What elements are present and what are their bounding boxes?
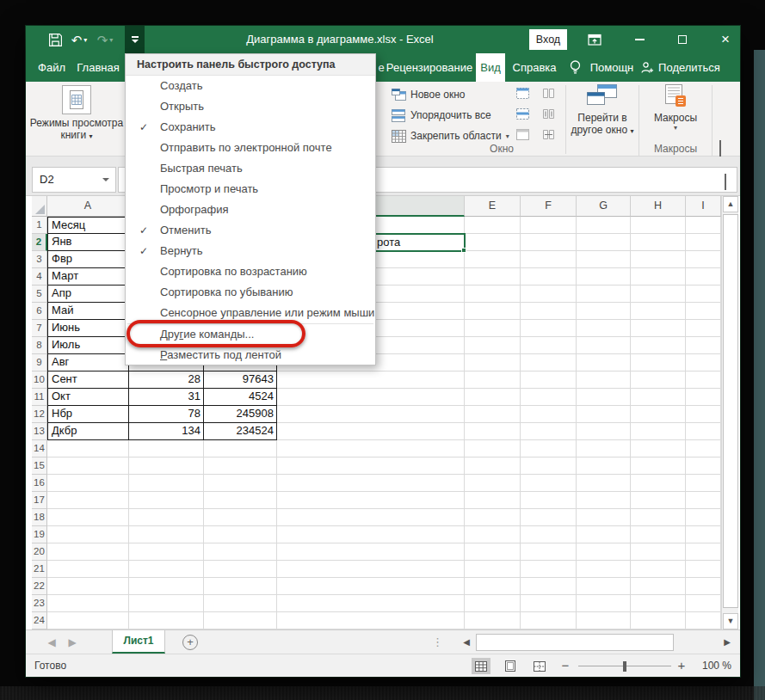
- cell-B19[interactable]: [129, 526, 204, 543]
- cell-A20[interactable]: [47, 543, 129, 561]
- cell-I24[interactable]: [686, 612, 721, 629]
- sign-in-button[interactable]: Вход: [529, 29, 567, 50]
- cell-B17[interactable]: [129, 492, 204, 509]
- cell-F8[interactable]: [521, 337, 577, 354]
- cell-A11[interactable]: Окт: [47, 389, 129, 406]
- menu-item-open[interactable]: Открыть: [126, 96, 375, 117]
- cell-H20[interactable]: [631, 543, 686, 561]
- cell-A7[interactable]: Июнь: [47, 320, 129, 337]
- cell-E13[interactable]: [465, 423, 521, 440]
- normal-view-icon[interactable]: [472, 658, 490, 674]
- tab-home[interactable]: Главная: [72, 53, 124, 82]
- cell-E14[interactable]: [465, 440, 521, 457]
- cell-G13[interactable]: [577, 423, 631, 440]
- cell-B22[interactable]: [129, 578, 204, 595]
- cell-C14[interactable]: [204, 440, 277, 457]
- close-button[interactable]: ×: [711, 26, 740, 53]
- menu-item-email[interactable]: Отправить по электронной почте: [126, 138, 375, 158]
- cell-G3[interactable]: [577, 251, 631, 268]
- hscroll-left-icon[interactable]: ◀: [459, 634, 474, 651]
- cell-D16[interactable]: [277, 475, 465, 492]
- cell-G2[interactable]: [577, 234, 631, 251]
- freeze-panes-button[interactable]: Закрепить области ▾: [392, 129, 509, 143]
- split-window-icon[interactable]: [516, 88, 529, 99]
- cell-D13[interactable]: [277, 423, 465, 440]
- cell-I2[interactable]: [686, 234, 721, 251]
- row-header-17[interactable]: 17: [32, 492, 47, 509]
- undo-button[interactable]: ↶▾: [67, 26, 91, 53]
- cell-F9[interactable]: [521, 354, 577, 371]
- cell-I13[interactable]: [686, 423, 721, 440]
- cell-A2[interactable]: Янв: [47, 234, 129, 251]
- column-header-F[interactable]: F: [521, 196, 577, 217]
- cell-F19[interactable]: [521, 526, 577, 543]
- row-header-22[interactable]: 22: [32, 578, 47, 595]
- cell-E24[interactable]: [465, 612, 521, 629]
- cell-F20[interactable]: [521, 543, 577, 561]
- cell-A16[interactable]: [47, 475, 129, 492]
- cell-A13[interactable]: Дкбр: [47, 423, 129, 440]
- cell-F21[interactable]: [521, 561, 577, 578]
- cell-G1[interactable]: [577, 217, 631, 234]
- row-header-9[interactable]: 9: [32, 354, 47, 371]
- cell-F2[interactable]: [521, 234, 577, 251]
- cell-H23[interactable]: [631, 595, 686, 612]
- column-header-I[interactable]: I: [686, 196, 721, 217]
- maximize-button[interactable]: [668, 26, 697, 53]
- tab-help[interactable]: Справка: [509, 53, 560, 82]
- cell-I22[interactable]: [686, 578, 721, 595]
- cell-I4[interactable]: [686, 268, 721, 286]
- cell-F7[interactable]: [521, 320, 577, 337]
- cell-H21[interactable]: [631, 561, 686, 578]
- cell-A12[interactable]: Нбр: [47, 406, 129, 423]
- cell-B18[interactable]: [129, 509, 204, 526]
- menu-item-redo[interactable]: ✓Вернуть: [126, 241, 375, 261]
- unhide-window-icon[interactable]: [516, 129, 529, 140]
- cell-D10[interactable]: [277, 371, 465, 389]
- cell-F1[interactable]: [521, 217, 577, 234]
- name-box[interactable]: D2: [32, 167, 116, 193]
- row-header-12[interactable]: 12: [32, 406, 47, 423]
- row-header-4[interactable]: 4: [32, 268, 47, 286]
- zoom-slider-thumb[interactable]: [623, 661, 626, 672]
- row-header-1[interactable]: 1: [32, 217, 47, 234]
- cell-H18[interactable]: [631, 509, 686, 526]
- cell-I14[interactable]: [686, 440, 721, 457]
- row-header-20[interactable]: 20: [32, 543, 47, 561]
- vertical-scrollbar-thumb[interactable]: [723, 214, 738, 608]
- cell-H13[interactable]: [631, 423, 686, 440]
- sheet-nav-left-icon[interactable]: ◀: [43, 630, 60, 654]
- cell-F5[interactable]: [521, 286, 577, 303]
- cell-H11[interactable]: [631, 389, 686, 406]
- cell-F13[interactable]: [521, 423, 577, 440]
- cell-F10[interactable]: [521, 371, 577, 389]
- cell-C23[interactable]: [204, 595, 277, 612]
- cell-F15[interactable]: [521, 457, 577, 475]
- cell-G7[interactable]: [577, 320, 631, 337]
- cell-A21[interactable]: [47, 561, 129, 578]
- cell-D24[interactable]: [277, 612, 465, 629]
- cell-I23[interactable]: [686, 595, 721, 612]
- cell-A19[interactable]: [47, 526, 129, 543]
- row-header-14[interactable]: 14: [32, 440, 47, 457]
- cell-B21[interactable]: [129, 561, 204, 578]
- reset-window-position-icon[interactable]: [542, 129, 555, 140]
- cell-E9[interactable]: [465, 354, 521, 371]
- cell-B20[interactable]: [129, 543, 204, 561]
- cell-I15[interactable]: [686, 457, 721, 475]
- menu-item-undo[interactable]: ✓Отменить: [126, 220, 375, 241]
- menu-item-quick-print[interactable]: Быстрая печать: [126, 158, 375, 179]
- page-layout-view-icon[interactable]: [501, 658, 520, 674]
- cell-E8[interactable]: [465, 337, 521, 354]
- cell-F16[interactable]: [521, 475, 577, 492]
- cell-A5[interactable]: Апр: [47, 286, 129, 303]
- horizontal-scrollbar-thumb[interactable]: [476, 634, 674, 651]
- cell-E23[interactable]: [465, 595, 521, 612]
- cell-G5[interactable]: [577, 286, 631, 303]
- cell-H16[interactable]: [631, 475, 686, 492]
- cell-A15[interactable]: [47, 457, 129, 475]
- scroll-up-icon[interactable]: ▲: [723, 196, 738, 212]
- cell-E15[interactable]: [465, 457, 521, 475]
- column-header-E[interactable]: E: [465, 196, 521, 217]
- cell-D15[interactable]: [277, 457, 465, 475]
